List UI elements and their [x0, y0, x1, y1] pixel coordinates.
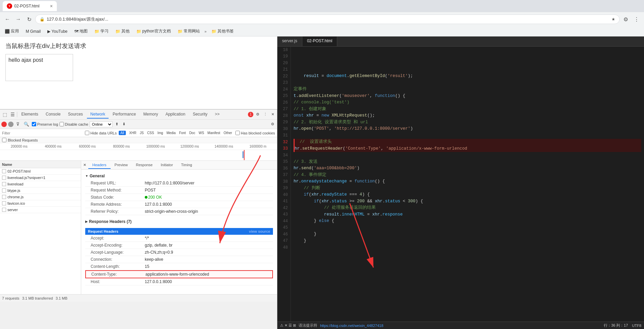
referrer-label: Referrer Policy:	[91, 209, 145, 214]
filter-img[interactable]: Img	[156, 131, 164, 135]
network-settings-button[interactable]: ⚙	[270, 121, 276, 127]
detail-row-url: Request URL: http://127.0.0.1:8000/serve…	[85, 180, 273, 187]
filter-xhr[interactable]: XHR	[128, 131, 138, 135]
filter-other[interactable]: Other	[222, 131, 233, 135]
inspect-button[interactable]: ⬚	[1, 112, 8, 117]
connection-value: keep-alive	[145, 257, 163, 262]
bookmark-youtube[interactable]: ▶ YouTube	[45, 28, 69, 34]
detail-tab-timing[interactable]: Timing	[177, 161, 196, 169]
filter-toggle-button[interactable]: ⊽	[15, 121, 21, 127]
upload-button[interactable]: ⬆	[114, 121, 120, 127]
detail-tab-headers[interactable]: Headers	[88, 161, 111, 169]
method-value: POST	[145, 188, 156, 193]
clear-button[interactable]	[8, 122, 14, 127]
menu-button[interactable]: ⋮	[632, 15, 641, 24]
filter-css[interactable]: CSS	[146, 131, 156, 135]
bookmark-study[interactable]: 📁 学习	[92, 28, 111, 35]
preserve-log-checkbox[interactable]: Preserve log	[32, 122, 58, 126]
list-item[interactable]: btype.js	[0, 187, 81, 194]
browser-chrome: Y 02-POST.html × ← → ↻ 🔒 127.0.0.1:8848/…	[0, 0, 644, 36]
divider	[17, 112, 17, 117]
filter-ws[interactable]: WS	[197, 131, 205, 135]
download-button[interactable]: ⬇	[121, 121, 127, 127]
detail-tab-initiator[interactable]: Initiator	[157, 161, 177, 169]
list-item[interactable]: livereload.js?snipver=1	[0, 175, 81, 181]
general-section-header[interactable]: General	[85, 172, 273, 180]
bookmark-python[interactable]: 📁 python官方文档	[134, 28, 173, 35]
tab-console[interactable]: Console	[42, 110, 64, 119]
list-item[interactable]: server	[0, 207, 81, 213]
bookmark-other[interactable]: 📁 其他	[113, 28, 132, 35]
req-header-accept: Accept: */*	[85, 235, 273, 242]
code-tab-server[interactable]: server.js	[277, 36, 302, 46]
filter-font[interactable]: Font	[178, 131, 187, 135]
bookmark-maps[interactable]: 🗺 地图	[72, 28, 90, 35]
ln-41: 41	[279, 198, 288, 205]
code-line-35: // 3. 发送	[294, 159, 641, 166]
item-checkbox	[2, 188, 6, 193]
code-line-19	[294, 53, 641, 60]
devtools-close-button[interactable]: ✕	[270, 111, 276, 117]
bookmark-other2[interactable]: 📁 其他书签	[209, 28, 236, 35]
tab-performance[interactable]: Performance	[109, 110, 139, 119]
list-item[interactable]: 02-POST.html	[0, 168, 81, 175]
code-line-29: // 2. 初始化 设置请求类型 和 url	[294, 119, 641, 126]
filter-media[interactable]: Media	[165, 131, 177, 135]
filter-all[interactable]: All	[119, 131, 126, 135]
error-badge: 1	[248, 112, 253, 117]
tab-sources[interactable]: Sources	[65, 110, 86, 119]
hide-data-urls-checkbox[interactable]: Hide data URLs	[85, 131, 117, 135]
view-source-link[interactable]: view source	[249, 229, 270, 233]
disable-cache-checkbox[interactable]: Disable cache	[60, 122, 88, 126]
throttle-select[interactable]: Online Fast 3G Slow 3G	[90, 121, 113, 127]
csdn-link[interactable]: https://blog.csdn.net/weixin_44827418	[320, 324, 383, 328]
detail-close-button[interactable]: ✕	[81, 162, 88, 168]
tab-security[interactable]: Security	[189, 110, 211, 119]
tab-elements[interactable]: Elements	[18, 110, 42, 119]
extensions-button[interactable]: ⚙	[621, 15, 630, 24]
filter-manifest[interactable]: Manifest	[206, 131, 222, 135]
code-line-42: // 处理服务器返回的结果	[294, 205, 641, 211]
detail-tab-response[interactable]: Response	[132, 161, 157, 169]
bookmark-common[interactable]: 📁 常用网站	[176, 28, 202, 35]
request-headers-header[interactable]: Request Headers view source	[85, 228, 273, 235]
tab-close-button[interactable]: ×	[50, 3, 53, 9]
browser-tab[interactable]: Y 02-POST.html ×	[3, 1, 57, 11]
content-type-label: Content-Type:	[91, 272, 145, 277]
req-header-content-length: Content-Length: 15	[85, 263, 273, 270]
code-tab-post[interactable]: 02-POST.html	[302, 36, 338, 46]
detail-tab-preview[interactable]: Preview	[111, 161, 132, 169]
reload-button[interactable]: ↻	[24, 15, 34, 24]
tab-memory[interactable]: Memory	[140, 110, 161, 119]
list-item[interactable]: favicon.ico	[0, 200, 81, 207]
tab-application[interactable]: Application	[162, 110, 189, 119]
has-blocked-checkbox[interactable]: Has blocked cookies	[235, 131, 275, 135]
tab-more[interactable]: >>	[211, 110, 223, 119]
blocked-requests-checkbox[interactable]	[2, 138, 6, 142]
list-item[interactable]: livereload	[0, 181, 81, 187]
devtools-more-button[interactable]: ⋮	[262, 111, 269, 117]
bookmark-gmail[interactable]: M Gmail	[24, 28, 43, 34]
bookmark-apps[interactable]: ⬛ 应用	[3, 28, 21, 35]
remote-value: 127.0.0.1:8000	[145, 202, 172, 207]
response-headers-toggle[interactable]: Response Headers (7)	[85, 218, 273, 225]
code-line-20	[294, 60, 641, 67]
ln-47: 47	[279, 238, 288, 245]
forward-button[interactable]: →	[14, 15, 23, 24]
list-item[interactable]: chrome.js	[0, 194, 81, 200]
general-label: General	[90, 174, 105, 178]
filter-input[interactable]	[2, 131, 83, 135]
search-button[interactable]: 🔍	[22, 121, 30, 127]
address-bar[interactable]: 🔒 127.0.0.1:8848/ajax/原生ajax/... ★	[35, 15, 620, 24]
ln-32: 32	[279, 139, 288, 146]
filter-doc[interactable]: Doc	[188, 131, 197, 135]
device-toggle-button[interactable]: ☰	[9, 111, 16, 118]
filter-js[interactable]: JS	[138, 131, 145, 135]
devtools-settings-button[interactable]: ⚙	[255, 111, 261, 117]
req-header-content-type: Content-Type: application/x-www-form-url…	[85, 270, 273, 278]
record-button[interactable]	[1, 122, 7, 127]
content-length-label: Content-Length:	[91, 264, 145, 269]
back-button[interactable]: ←	[3, 15, 12, 24]
tab-network[interactable]: Network	[87, 110, 109, 119]
page-result: hello ajax post	[5, 54, 73, 81]
